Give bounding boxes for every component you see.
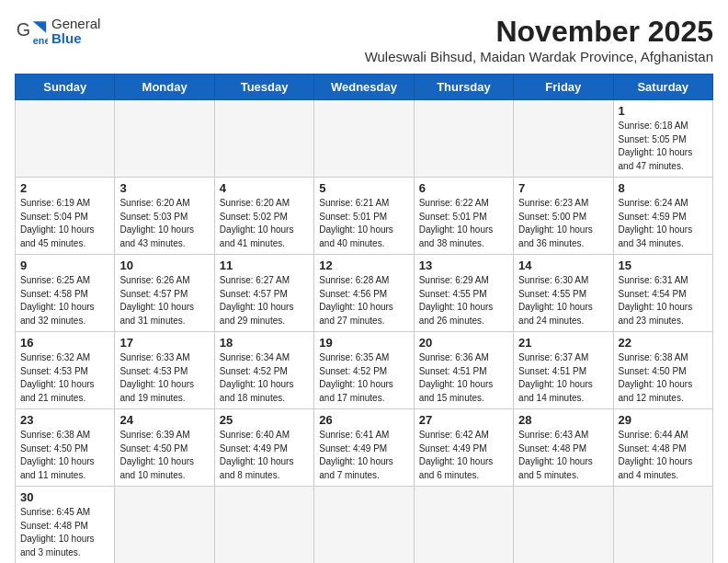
day-info: Sunrise: 6:22 AMSunset: 5:01 PMDaylight:… <box>419 197 508 250</box>
day-info: Sunrise: 6:26 AMSunset: 4:57 PMDaylight:… <box>119 274 209 327</box>
day-info: Sunrise: 6:38 AMSunset: 4:50 PMDaylight:… <box>619 351 708 405</box>
weekday-header: Saturday <box>613 75 712 100</box>
calendar: SundayMondayTuesdayWednesdayThursdayFrid… <box>15 74 713 563</box>
day-info: Sunrise: 6:24 AMSunset: 4:59 PMDaylight:… <box>619 197 708 250</box>
calendar-cell: 7Sunrise: 6:23 AMSunset: 5:00 PMDaylight… <box>514 178 613 255</box>
day-info: Sunrise: 6:42 AMSunset: 4:49 PMDaylight:… <box>419 429 508 482</box>
weekday-row: SundayMondayTuesdayWednesdayThursdayFrid… <box>16 75 713 100</box>
calendar-cell: 5Sunrise: 6:21 AMSunset: 5:01 PMDaylight… <box>314 178 414 255</box>
calendar-cell: 21Sunrise: 6:37 AMSunset: 4:51 PMDayligh… <box>514 332 613 409</box>
calendar-cell <box>314 100 414 178</box>
day-number: 18 <box>220 336 309 350</box>
calendar-cell: 10Sunrise: 6:26 AMSunset: 4:57 PMDayligh… <box>115 255 214 332</box>
day-info: Sunrise: 6:40 AMSunset: 4:49 PMDaylight:… <box>220 429 309 482</box>
day-info: Sunrise: 6:29 AMSunset: 4:55 PMDaylight:… <box>419 274 508 327</box>
day-number: 21 <box>518 336 608 350</box>
svg-text:eneral: eneral <box>33 35 48 46</box>
logo-text: General Blue <box>51 17 100 47</box>
day-number: 10 <box>119 259 209 272</box>
day-info: Sunrise: 6:21 AMSunset: 5:01 PMDaylight:… <box>319 197 408 250</box>
day-info: Sunrise: 6:28 AMSunset: 4:56 PMDaylight:… <box>319 274 408 327</box>
day-number: 30 <box>20 490 109 504</box>
day-number: 6 <box>419 181 508 195</box>
calendar-cell: 11Sunrise: 6:27 AMSunset: 4:57 PMDayligh… <box>214 255 313 332</box>
weekday-header: Wednesday <box>314 75 414 100</box>
title-area: November 2025 Wuleswali Bihsud, Maidan W… <box>365 15 713 64</box>
day-number: 22 <box>619 336 708 350</box>
day-number: 29 <box>619 413 708 427</box>
calendar-cell: 2Sunrise: 6:19 AMSunset: 5:04 PMDaylight… <box>16 178 115 255</box>
day-number: 9 <box>20 259 109 272</box>
day-number: 1 <box>619 104 708 118</box>
header: G eneral General Blue November 2025 Wule… <box>15 15 713 64</box>
calendar-cell <box>414 100 513 178</box>
calendar-cell: 15Sunrise: 6:31 AMSunset: 4:54 PMDayligh… <box>613 255 712 332</box>
calendar-cell <box>414 487 513 564</box>
weekday-header: Friday <box>514 75 613 100</box>
weekday-header: Sunday <box>16 75 115 100</box>
calendar-week-row: 16Sunrise: 6:32 AMSunset: 4:53 PMDayligh… <box>16 332 713 409</box>
calendar-cell <box>214 487 313 564</box>
calendar-cell: 22Sunrise: 6:38 AMSunset: 4:50 PMDayligh… <box>613 332 712 409</box>
day-info: Sunrise: 6:33 AMSunset: 4:53 PMDaylight:… <box>119 351 209 405</box>
day-number: 28 <box>518 413 608 427</box>
calendar-cell <box>314 487 414 564</box>
day-number: 26 <box>319 413 408 427</box>
calendar-cell: 24Sunrise: 6:39 AMSunset: 4:50 PMDayligh… <box>115 409 214 487</box>
day-number: 12 <box>319 259 408 272</box>
day-info: Sunrise: 6:43 AMSunset: 4:48 PMDaylight:… <box>518 429 608 482</box>
day-number: 20 <box>419 336 508 350</box>
logo-icon: G eneral <box>15 15 48 48</box>
day-number: 2 <box>20 181 109 195</box>
day-number: 16 <box>20 336 109 350</box>
calendar-cell: 9Sunrise: 6:25 AMSunset: 4:58 PMDaylight… <box>16 255 115 332</box>
calendar-cell: 18Sunrise: 6:34 AMSunset: 4:52 PMDayligh… <box>214 332 313 409</box>
day-number: 19 <box>319 336 408 350</box>
day-info: Sunrise: 6:45 AMSunset: 4:48 PMDaylight:… <box>20 506 109 559</box>
calendar-cell: 19Sunrise: 6:35 AMSunset: 4:52 PMDayligh… <box>314 332 414 409</box>
calendar-cell: 8Sunrise: 6:24 AMSunset: 4:59 PMDaylight… <box>613 178 712 255</box>
calendar-cell: 1Sunrise: 6:18 AMSunset: 5:05 PMDaylight… <box>613 100 712 178</box>
day-number: 8 <box>619 181 708 195</box>
calendar-week-row: 1Sunrise: 6:18 AMSunset: 5:05 PMDaylight… <box>16 100 713 178</box>
day-number: 23 <box>20 413 109 427</box>
day-number: 13 <box>419 259 508 272</box>
day-number: 5 <box>319 181 408 195</box>
calendar-cell: 13Sunrise: 6:29 AMSunset: 4:55 PMDayligh… <box>414 255 513 332</box>
day-info: Sunrise: 6:44 AMSunset: 4:48 PMDaylight:… <box>619 429 708 482</box>
day-info: Sunrise: 6:19 AMSunset: 5:04 PMDaylight:… <box>20 197 109 250</box>
day-info: Sunrise: 6:34 AMSunset: 4:52 PMDaylight:… <box>220 351 309 405</box>
day-info: Sunrise: 6:23 AMSunset: 5:00 PMDaylight:… <box>518 197 608 250</box>
day-info: Sunrise: 6:25 AMSunset: 4:58 PMDaylight:… <box>20 274 109 327</box>
calendar-cell: 3Sunrise: 6:20 AMSunset: 5:03 PMDaylight… <box>115 178 214 255</box>
logo: G eneral General Blue <box>15 15 100 48</box>
calendar-body: 1Sunrise: 6:18 AMSunset: 5:05 PMDaylight… <box>16 100 713 564</box>
calendar-cell <box>16 100 115 178</box>
calendar-cell: 26Sunrise: 6:41 AMSunset: 4:49 PMDayligh… <box>314 409 414 487</box>
month-title: November 2025 <box>365 15 713 49</box>
day-info: Sunrise: 6:38 AMSunset: 4:50 PMDaylight:… <box>20 429 109 482</box>
day-info: Sunrise: 6:18 AMSunset: 5:05 PMDaylight:… <box>619 120 708 173</box>
location-title: Wuleswali Bihsud, Maidan Wardak Province… <box>365 49 713 64</box>
day-number: 15 <box>619 259 708 272</box>
calendar-cell: 12Sunrise: 6:28 AMSunset: 4:56 PMDayligh… <box>314 255 414 332</box>
day-number: 11 <box>220 259 309 272</box>
calendar-week-row: 9Sunrise: 6:25 AMSunset: 4:58 PMDaylight… <box>16 255 713 332</box>
day-number: 27 <box>419 413 508 427</box>
weekday-header: Monday <box>115 75 214 100</box>
calendar-cell: 25Sunrise: 6:40 AMSunset: 4:49 PMDayligh… <box>214 409 313 487</box>
calendar-cell: 23Sunrise: 6:38 AMSunset: 4:50 PMDayligh… <box>16 409 115 487</box>
weekday-header: Thursday <box>414 75 513 100</box>
calendar-cell <box>613 487 712 564</box>
day-number: 14 <box>518 259 608 272</box>
day-info: Sunrise: 6:20 AMSunset: 5:02 PMDaylight:… <box>220 197 309 250</box>
day-info: Sunrise: 6:20 AMSunset: 5:03 PMDaylight:… <box>119 197 209 250</box>
day-info: Sunrise: 6:39 AMSunset: 4:50 PMDaylight:… <box>119 429 209 482</box>
day-info: Sunrise: 6:35 AMSunset: 4:52 PMDaylight:… <box>319 351 408 405</box>
day-number: 7 <box>518 181 608 195</box>
day-number: 17 <box>119 336 209 350</box>
calendar-cell: 20Sunrise: 6:36 AMSunset: 4:51 PMDayligh… <box>414 332 513 409</box>
day-number: 25 <box>220 413 309 427</box>
day-info: Sunrise: 6:41 AMSunset: 4:49 PMDaylight:… <box>319 429 408 482</box>
calendar-week-row: 23Sunrise: 6:38 AMSunset: 4:50 PMDayligh… <box>16 409 713 487</box>
